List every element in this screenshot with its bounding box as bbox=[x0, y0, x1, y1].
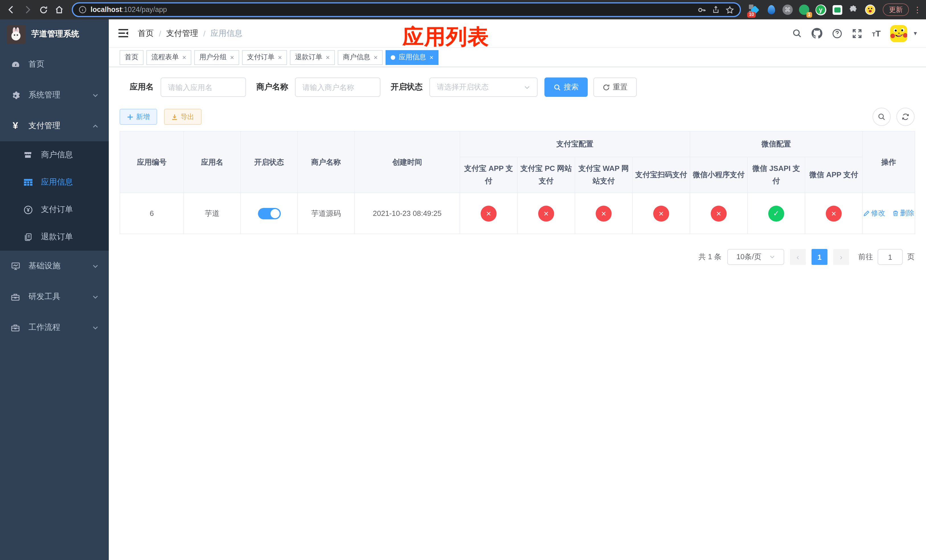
close-icon[interactable]: × bbox=[182, 53, 186, 61]
col-header-app-name: 应用名 bbox=[184, 131, 241, 193]
command-extension-icon[interactable]: ⌘ bbox=[782, 4, 793, 15]
address-bar[interactable]: localhost:1024/pay/app bbox=[72, 2, 741, 17]
monitor-icon bbox=[10, 262, 21, 271]
sidebar-item-label: 基础设施 bbox=[29, 261, 61, 271]
chevron-up-icon bbox=[92, 123, 98, 129]
documents-icon bbox=[23, 232, 33, 242]
trash-icon bbox=[892, 210, 899, 216]
github-icon[interactable] bbox=[811, 28, 822, 39]
chevron-down-icon bbox=[92, 294, 98, 300]
prev-page-button[interactable]: ‹ bbox=[790, 249, 806, 265]
sidebar-item-merchant-info[interactable]: 商户信息 bbox=[0, 141, 109, 169]
app-name-label: 应用名 bbox=[130, 82, 154, 92]
update-button[interactable]: 更新 bbox=[883, 3, 909, 16]
total-count: 共 1 条 bbox=[699, 252, 722, 262]
sidebar-item-workflow[interactable]: 工作流程 bbox=[0, 312, 109, 343]
current-page-button[interactable]: 1 bbox=[811, 249, 828, 265]
status-select[interactable]: 请选择开启状态 bbox=[430, 77, 538, 97]
goto-label: 前往 bbox=[858, 252, 873, 262]
sidebar-item-refund-order[interactable]: 退款订单 bbox=[0, 223, 109, 251]
share-icon[interactable] bbox=[712, 5, 720, 14]
wechat-app-status-icon bbox=[826, 205, 842, 221]
close-icon[interactable]: × bbox=[278, 53, 282, 61]
pinned-extension-icon[interactable]: 10 bbox=[749, 4, 760, 15]
fullscreen-icon[interactable] bbox=[852, 28, 862, 38]
toggle-search-button[interactable] bbox=[873, 107, 891, 126]
app-name-input[interactable] bbox=[160, 77, 246, 97]
tab-home[interactable]: 首页 bbox=[120, 50, 144, 65]
refresh-table-button[interactable] bbox=[896, 107, 915, 126]
tab-process-form[interactable]: 流程表单× bbox=[146, 50, 191, 65]
bookmark-star-icon[interactable] bbox=[726, 5, 734, 14]
sidebar-item-infrastructure[interactable]: 基础设施 bbox=[0, 251, 109, 282]
sidebar-item-label: 支付订单 bbox=[41, 204, 73, 215]
back-icon[interactable] bbox=[5, 3, 18, 17]
profile-avatar-icon[interactable] bbox=[864, 4, 876, 15]
caret-down-icon[interactable]: ▾ bbox=[914, 30, 917, 37]
balloon-extension-icon[interactable] bbox=[766, 4, 777, 15]
refresh-icon bbox=[902, 113, 909, 121]
edit-link[interactable]: 修改 bbox=[863, 209, 885, 218]
browser-menu-icon[interactable]: ⋮ bbox=[914, 5, 921, 14]
search-icon bbox=[878, 113, 885, 121]
extensions-row: 10 ⌘ 1 y bbox=[747, 4, 878, 15]
home-icon[interactable] bbox=[52, 3, 66, 17]
tab-pay-order[interactable]: 支付订单× bbox=[242, 50, 287, 65]
font-size-icon[interactable]: TT bbox=[872, 29, 881, 38]
sidebar-item-app-info[interactable]: 应用信息 bbox=[0, 169, 109, 196]
top-navbar: 首页 / 支付管理 / 应用信息 TT ▾ bbox=[109, 20, 926, 48]
tab-app-info[interactable]: 应用信息× bbox=[386, 50, 439, 65]
close-icon[interactable]: × bbox=[374, 53, 378, 61]
annotation-text: 应用列表 bbox=[402, 23, 489, 51]
sidebar-item-pay-order[interactable]: 支付订单 bbox=[0, 196, 109, 223]
password-key-icon[interactable] bbox=[698, 5, 706, 14]
breadcrumb-home[interactable]: 首页 bbox=[138, 28, 154, 38]
breadcrumb-current: 应用信息 bbox=[211, 28, 243, 38]
page-size-select[interactable]: 10条/页 bbox=[727, 249, 784, 265]
status-toggle[interactable] bbox=[258, 207, 280, 219]
export-button[interactable]: 导出 bbox=[164, 109, 201, 125]
add-button[interactable]: 新增 bbox=[120, 109, 157, 125]
forward-icon[interactable] bbox=[21, 3, 34, 17]
tab-merchant-info[interactable]: 商户信息× bbox=[338, 50, 383, 65]
user-avatar[interactable] bbox=[890, 25, 908, 42]
close-icon[interactable]: × bbox=[326, 53, 330, 61]
sidebar: 芋道管理系统 首页 系统管理 ¥ 支付管理 商户信息 bbox=[0, 20, 109, 560]
col-header-alipay-qr: 支付宝扫码支付 bbox=[632, 157, 690, 193]
help-icon[interactable] bbox=[832, 28, 842, 38]
sidebar-item-payment[interactable]: ¥ 支付管理 bbox=[0, 110, 109, 141]
search-icon[interactable] bbox=[792, 29, 802, 38]
y-extension-icon[interactable]: y bbox=[815, 4, 826, 15]
sidebar-fold-icon[interactable] bbox=[118, 29, 129, 38]
col-header-actions: 操作 bbox=[862, 131, 915, 193]
cell-created: 2021-10-23 08:49:25 bbox=[354, 193, 460, 234]
recorder-extension-icon[interactable]: 1 bbox=[799, 4, 810, 15]
sidebar-item-system[interactable]: 系统管理 bbox=[0, 80, 109, 110]
tab-user-group[interactable]: 用户分组× bbox=[194, 50, 239, 65]
next-page-button[interactable]: › bbox=[833, 249, 849, 265]
delete-link[interactable]: 删除 bbox=[892, 209, 914, 218]
search-button[interactable]: 搜索 bbox=[545, 77, 588, 97]
status-label: 开启状态 bbox=[391, 82, 422, 92]
goto-page-input[interactable] bbox=[878, 249, 903, 265]
sidebar-item-home[interactable]: 首页 bbox=[0, 49, 109, 80]
toolbox-icon bbox=[10, 292, 21, 301]
site-info-icon[interactable] bbox=[79, 6, 86, 14]
main-panel: 应用列表 首页 / 支付管理 / 应用信息 TT ▾ bbox=[109, 20, 926, 560]
extensions-puzzle-icon[interactable] bbox=[848, 4, 859, 15]
col-group-alipay: 支付宝配置 bbox=[460, 131, 690, 157]
download-icon bbox=[171, 114, 178, 120]
cell-app-name: 芋道 bbox=[184, 193, 241, 234]
reload-icon[interactable] bbox=[36, 3, 50, 17]
pagination: 共 1 条 10条/页 ‹ 1 › 前往 页 bbox=[120, 249, 915, 265]
merchant-name-input[interactable] bbox=[295, 77, 380, 97]
table-toolbar: 新增 导出 bbox=[120, 107, 915, 126]
tab-refund-order[interactable]: 退款订单× bbox=[290, 50, 335, 65]
reset-button[interactable]: 重置 bbox=[593, 77, 637, 97]
sidebar-item-label: 支付管理 bbox=[29, 121, 61, 131]
breadcrumb-section[interactable]: 支付管理 bbox=[166, 28, 198, 38]
close-icon[interactable]: × bbox=[230, 53, 234, 61]
close-icon[interactable]: × bbox=[430, 53, 433, 61]
chat-extension-icon[interactable] bbox=[831, 4, 843, 15]
sidebar-item-dev-tools[interactable]: 研发工具 bbox=[0, 282, 109, 312]
